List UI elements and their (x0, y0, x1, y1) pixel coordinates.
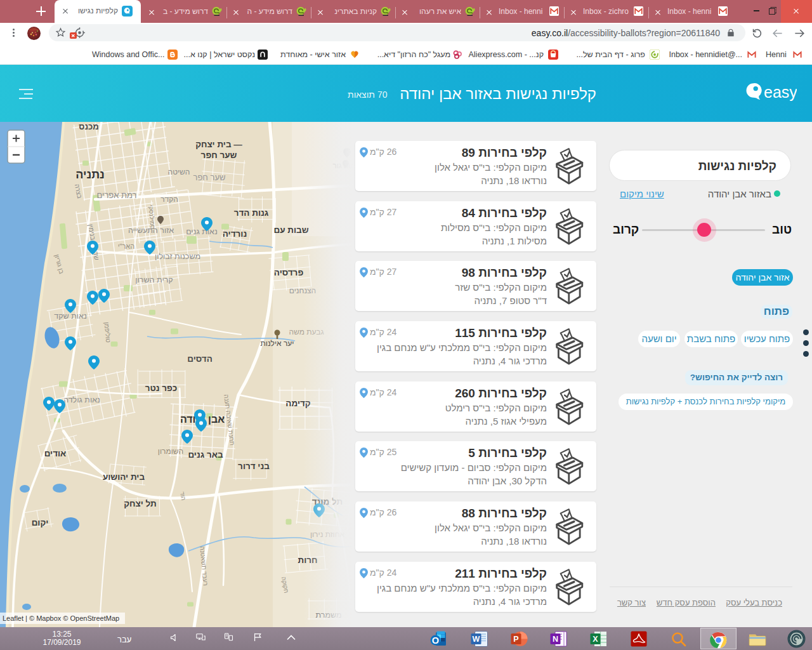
svg-text:פרדסיה: פרדסיה (274, 268, 304, 277)
svg-text:יער אילנות: יער אילנות (261, 339, 294, 348)
svg-text:N: N (553, 635, 558, 644)
svg-text:אודים: אודים (44, 449, 67, 458)
svg-text:שער חפר: שער חפר (201, 150, 237, 160)
svg-text:גנות הדר: גנות הדר (234, 208, 269, 218)
svg-text:X: X (593, 635, 598, 644)
svg-text:קרית השרון: קרית השרון (135, 275, 173, 284)
svg-text:W: W (473, 635, 480, 644)
svg-text:הקדר: הקדר (160, 195, 178, 204)
svg-text:Leaflet | © Mapbox © OpenStree: Leaflet | © Mapbox © OpenStreetMap (3, 614, 119, 622)
svg-text:כפר נטר: כפר נטר (145, 383, 178, 393)
svg-text:P: P (513, 635, 518, 644)
svg-text:נאות גולדה: נאות גולדה (63, 395, 100, 404)
svg-text:מכנס: מכנס (79, 122, 98, 131)
svg-text:O: O (432, 635, 439, 646)
svg-text:בית יצחק —: בית יצחק — (195, 140, 242, 149)
svg-text:נתניה: נתניה (75, 168, 105, 181)
svg-text:בני דרור: בני דרור (238, 461, 270, 471)
svg-text:משכנות זבולון: משכנות זבולון (155, 252, 200, 261)
svg-text:נאות גנים: נאות גנים (186, 227, 218, 236)
svg-text:תל יצחק: תל יצחק (124, 499, 156, 508)
svg-text:השיטה: השיטה (168, 168, 190, 176)
svg-text:easy: easy (764, 83, 797, 101)
svg-text:האר"י: האר"י (118, 242, 135, 250)
svg-text:הוד: הוד (179, 491, 187, 501)
svg-text:יקום: יקום (32, 518, 49, 527)
svg-text:השומרון: השומרון (158, 447, 183, 456)
svg-text:בית יהושוע: בית יהושוע (103, 472, 145, 482)
svg-text:שער חפר: שער חפר (193, 173, 225, 182)
svg-text:באר גנים: באר גנים (188, 450, 223, 460)
svg-text:רמת אפרים: רמת אפרים (96, 190, 136, 200)
svg-text:הדסים: הדסים (187, 354, 213, 364)
svg-text:נאות שקד: נאות שקד (54, 312, 87, 321)
svg-text:נורדיה: נורדיה (223, 229, 247, 239)
